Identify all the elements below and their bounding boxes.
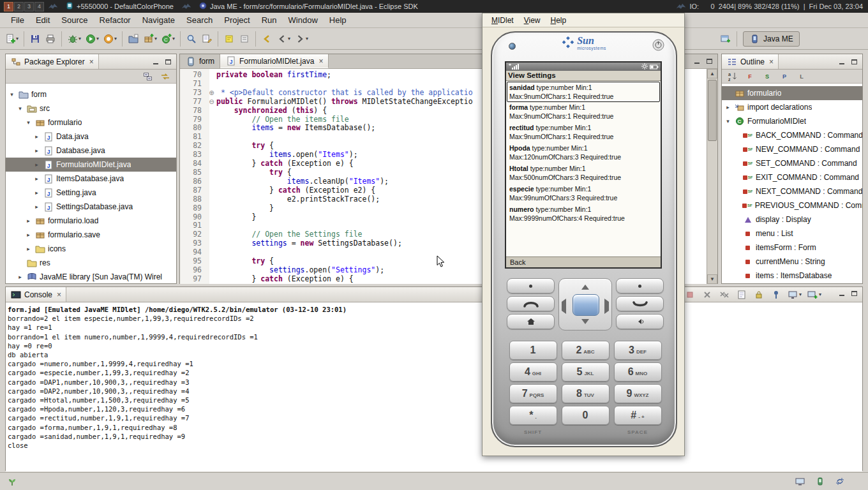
outline-item[interactable]: items : ItemsDatabase [722, 269, 862, 283]
outline-item[interactable]: SFPREVIOUS_COMMAND : Command [722, 198, 862, 212]
key-7[interactable]: 7PQRS [509, 384, 557, 403]
expand-icon[interactable]: ▸ [33, 133, 40, 140]
new-java-project-button[interactable] [126, 31, 141, 47]
key-3[interactable]: 3DEF [614, 341, 662, 360]
dropdown-arrow-icon[interactable]: ▾ [16, 36, 19, 41]
key-5[interactable]: 5JKL [562, 362, 610, 382]
editor-scrollbar[interactable]: ▲ ▼ [707, 69, 717, 284]
status-sync-icon[interactable] [834, 477, 845, 487]
perspective-button-javame[interactable]: Java ME [743, 31, 800, 47]
console-tab[interactable]: Console × [6, 287, 66, 302]
dpad-right-key[interactable] [604, 302, 609, 311]
package-explorer-item[interactable]: ▸JSetting.java [6, 186, 176, 200]
emu-menu-view[interactable]: View [519, 15, 546, 26]
dropdown-arrow-icon[interactable]: ▾ [172, 36, 175, 41]
workspace-1[interactable]: 1 [4, 2, 13, 11]
dpad-left-key[interactable] [562, 302, 566, 311]
left-select-key[interactable] [507, 278, 555, 293]
pin-console-button[interactable] [768, 289, 784, 301]
fold-marker-icon[interactable]: ⊖ [207, 98, 216, 107]
dpad-up-key[interactable] [562, 281, 608, 293]
power-button[interactable] [652, 39, 664, 53]
settings-list-item[interactable]: forma type:number Min:1Max:9numOfChars:1… [507, 102, 659, 122]
dropdown-arrow-icon[interactable]: ▾ [306, 36, 308, 41]
forward-button[interactable]: ▾ [292, 31, 310, 47]
package-explorer-item[interactable]: res [6, 256, 176, 270]
expand-icon[interactable]: ▸ [25, 246, 32, 252]
outline-item[interactable]: SFBACK_COMMAND : Command [722, 128, 862, 142]
outline-item[interactable]: ▾CFormularioMIDlet [722, 114, 862, 128]
home-key[interactable] [507, 314, 555, 329]
dpad-down-key[interactable] [562, 315, 608, 328]
new-wizard-button[interactable]: ▾ [3, 31, 20, 47]
expand-icon[interactable]: ▸ [33, 204, 40, 210]
settings-list-item[interactable]: numero type:number Min:1Max:9999numOfCha… [507, 204, 659, 225]
maximize-icon[interactable] [704, 57, 714, 66]
back-button[interactable]: ▾ [274, 31, 292, 47]
hide-static-button[interactable]: S [760, 71, 775, 82]
close-icon[interactable]: × [318, 58, 323, 64]
minimize-icon[interactable] [837, 57, 847, 66]
outline-item[interactable]: SFSET_COMMAND : Command [722, 156, 862, 170]
settings-list-item[interactable]: especie type:number Min:1Max:99numOfChar… [507, 184, 659, 204]
settings-list-item[interactable]: Hpoda type:number Min:1Max:120numOfChars… [507, 143, 659, 163]
remove-launch-button[interactable] [700, 289, 715, 301]
outline-item[interactable]: display : Display [722, 212, 862, 226]
run-button[interactable]: ▾ [83, 31, 101, 47]
expand-icon[interactable]: ▸ [33, 161, 40, 168]
save-button[interactable] [27, 31, 43, 47]
outline-tab[interactable]: Outline × [722, 54, 779, 69]
emu-menu-midlet[interactable]: MIDlet [486, 15, 519, 26]
sort-button[interactable]: az [725, 71, 740, 82]
package-explorer-item[interactable]: ▸JData.java [6, 130, 176, 144]
show-annotations-button[interactable] [237, 31, 252, 47]
externalize-strings-button[interactable] [199, 31, 214, 47]
dropdown-arrow-icon[interactable]: ▾ [79, 36, 81, 41]
emu-menu-help[interactable]: Help [546, 15, 572, 26]
dropdown-arrow-icon[interactable]: ▾ [114, 36, 117, 41]
close-icon[interactable]: × [57, 292, 61, 298]
mark-occurrences-button[interactable] [221, 31, 237, 47]
key-star[interactable]: *. [509, 406, 557, 425]
dropdown-arrow-icon[interactable]: ▾ [288, 36, 290, 41]
fold-marker-icon[interactable]: ⊕ [207, 89, 216, 98]
package-explorer-item[interactable]: ▾form [6, 87, 176, 101]
settings-list-item[interactable]: rectitud type:number Min:1Max:9numOfChar… [507, 122, 659, 143]
end-call-key[interactable] [616, 296, 664, 311]
settings-list-item[interactable]: Htotal type:number Min:1Max:500numOfChar… [507, 163, 659, 184]
menu-search[interactable]: Search [181, 13, 218, 27]
scroll-up-icon[interactable]: ▲ [707, 69, 717, 78]
status-device-icon[interactable] [814, 477, 825, 487]
scroll-down-icon[interactable]: ▼ [707, 274, 717, 284]
print-button[interactable] [43, 31, 58, 47]
minimize-icon[interactable] [837, 289, 847, 298]
outline-item[interactable]: formulario [722, 86, 862, 100]
workspace-3[interactable]: 3 [24, 2, 34, 11]
search-button[interactable] [184, 31, 199, 47]
dropdown-arrow-icon[interactable]: ▾ [154, 36, 157, 41]
editor-tab-formulariomidlet-java[interactable]: JFormularioMIDlet.java× [220, 54, 329, 68]
menu-navigate[interactable]: Navigate [137, 13, 181, 27]
package-explorer-item[interactable]: ▾formulario [6, 115, 176, 130]
debug-button[interactable]: ▾ [65, 31, 83, 47]
workspace-2[interactable]: 2 [14, 2, 24, 11]
key-4[interactable]: 4GHI [509, 362, 557, 382]
package-explorer-item[interactable]: ▸formulario.load [6, 214, 176, 228]
package-explorer-tab[interactable]: Package Explorer × [6, 54, 99, 69]
display-selected-button[interactable]: ▾ [786, 289, 804, 301]
package-explorer-item[interactable]: ▸icons [6, 242, 176, 256]
menu-window[interactable]: Window [283, 13, 324, 27]
package-explorer-item[interactable]: ▸formulario.save [6, 228, 176, 242]
run-device-button[interactable]: ▾ [101, 31, 119, 47]
expand-icon[interactable]: ▸ [17, 274, 24, 280]
maximize-icon[interactable] [849, 57, 859, 66]
package-explorer-item[interactable]: ▸JavaME library [Sun Java(TM) Wirel [6, 270, 176, 283]
outline-item[interactable]: SFEXIT_COMMAND : Command [722, 170, 862, 184]
menu-refactor[interactable]: Refactor [94, 13, 137, 27]
outline-item[interactable]: SFNEXT_COMMAND : Command [722, 184, 862, 198]
key-2[interactable]: 2ABC [562, 341, 610, 360]
package-explorer-item[interactable]: ▸JDatabase.java [6, 144, 176, 158]
minimize-icon[interactable] [692, 57, 702, 66]
maximize-icon[interactable] [849, 289, 859, 298]
dropdown-arrow-icon[interactable]: ▾ [96, 36, 99, 41]
